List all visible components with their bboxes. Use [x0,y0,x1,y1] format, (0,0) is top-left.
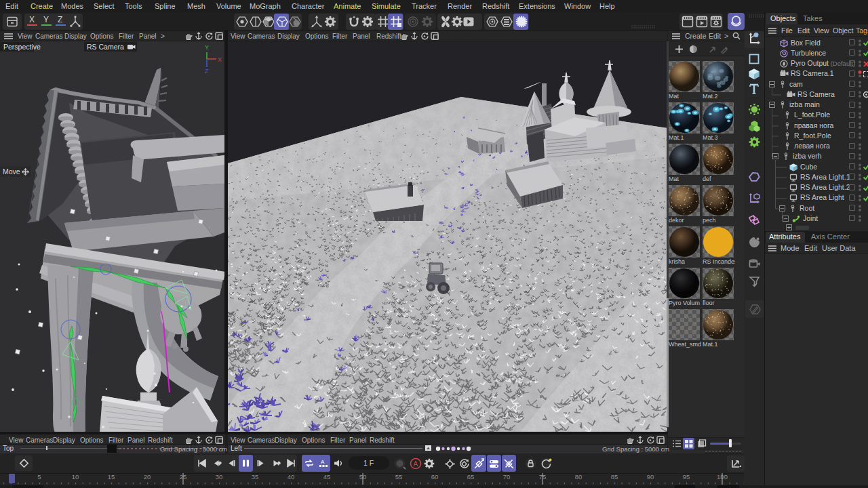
svg-text:55: 55 [395,473,403,481]
svg-text:15: 15 [108,473,115,481]
svg-text:80: 80 [575,473,583,481]
svg-text:10: 10 [72,473,79,481]
svg-text:65: 65 [467,473,475,481]
svg-text:Z: Z [205,68,209,75]
svg-text:45: 45 [323,473,331,481]
svg-text:95: 95 [683,473,690,481]
svg-text:35: 35 [252,473,259,481]
svg-text:20: 20 [144,473,151,481]
svg-text:90: 90 [647,473,654,481]
svg-text:5: 5 [37,473,41,481]
svg-text:40: 40 [288,473,295,481]
svg-text:A: A [321,459,325,465]
svg-text:60: 60 [431,473,439,481]
svg-text:X: X [218,56,222,63]
svg-text:70: 70 [503,473,511,481]
svg-text:85: 85 [611,473,618,481]
svg-text:30: 30 [216,473,223,481]
svg-text:A: A [414,460,418,468]
svg-text:Y: Y [205,44,209,51]
